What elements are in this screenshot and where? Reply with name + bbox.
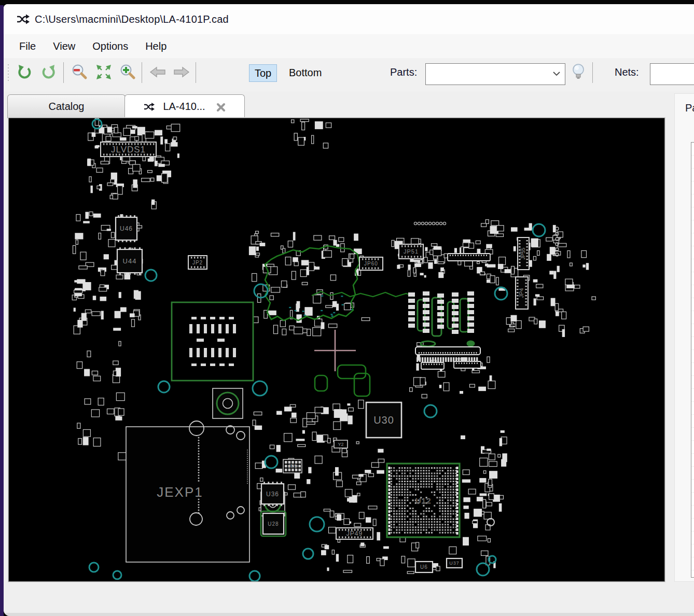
lightbulb-icon xyxy=(571,63,586,81)
svg-text:U46: U46 xyxy=(120,225,133,232)
svg-text:JLVDS1: JLVDS1 xyxy=(111,145,146,155)
svg-text:U12: U12 xyxy=(415,496,432,505)
parts-list-row[interactable] xyxy=(691,259,694,272)
parts-list-row[interactable] xyxy=(691,415,694,428)
svg-text:JP51: JP51 xyxy=(404,248,419,255)
parts-list-row[interactable] xyxy=(691,441,694,454)
menu-view[interactable]: View xyxy=(48,38,80,54)
app-window: C:\Users\macmini\Desktop\LA-4101P.cad Fi… xyxy=(4,4,694,616)
svg-text:JP4: JP4 xyxy=(518,288,524,298)
zoom-in-button[interactable] xyxy=(118,62,137,82)
chevron-down-icon xyxy=(552,71,561,77)
parts-list-row[interactable] xyxy=(691,531,694,544)
parts-list-row[interactable] xyxy=(691,506,694,519)
parts-list-row[interactable] xyxy=(691,480,694,493)
parts-list-row[interactable] xyxy=(691,337,694,350)
svg-text:Y2: Y2 xyxy=(338,442,343,447)
parts-list-row[interactable] xyxy=(691,220,694,233)
parts-list-row[interactable] xyxy=(691,285,694,298)
zoom-out-button[interactable] xyxy=(70,62,89,82)
svg-text:U44: U44 xyxy=(123,257,137,265)
parts-list-row[interactable] xyxy=(691,324,694,337)
zoom-in-icon xyxy=(119,63,136,81)
parts-list-row[interactable] xyxy=(691,233,694,246)
parts-list-row[interactable] xyxy=(691,428,694,441)
parts-combobox[interactable] xyxy=(425,63,565,85)
parts-list-row[interactable] xyxy=(691,246,694,259)
menu-bar: File View Options Help xyxy=(4,34,694,58)
svg-text:JP55: JP55 xyxy=(520,247,526,259)
toolbar-separator xyxy=(63,62,64,83)
title-bar: C:\Users\macmini\Desktop\LA-4101P.cad xyxy=(4,4,694,34)
parts-list-row[interactable] xyxy=(691,156,694,169)
window-title: C:\Users\macmini\Desktop\LA-4101P.cad xyxy=(35,13,229,25)
parts-list-row[interactable] xyxy=(691,402,694,415)
fit-to-window-button[interactable] xyxy=(94,62,114,82)
board-canvas[interactable]: JLVDS1U46U44JP2JP60JP51JP55JP4U30Y2JEXP1… xyxy=(8,118,665,582)
rotate-ccw-button[interactable] xyxy=(15,62,35,82)
shuffle-app-icon xyxy=(16,12,31,26)
parts-list-row[interactable] xyxy=(691,557,694,570)
toolbar-separator xyxy=(142,62,142,83)
svg-text:JP9: JP9 xyxy=(288,464,297,469)
parts-list-row[interactable] xyxy=(691,298,694,311)
toolbar: Top Bottom Parts: Nets: xyxy=(4,58,694,91)
tab-catalog-label: Catalog xyxy=(49,101,85,113)
parts-list-row[interactable] xyxy=(691,181,694,194)
tab-catalog[interactable]: Catalog xyxy=(7,94,126,118)
parts-list-row[interactable] xyxy=(691,389,694,402)
parts-list-row[interactable] xyxy=(691,311,694,324)
toolbar-separator xyxy=(196,62,196,83)
parts-list-row[interactable] xyxy=(691,454,694,467)
highlight-bulb-button[interactable] xyxy=(568,62,588,82)
tab-board-label: LA-410... xyxy=(163,101,205,113)
parts-list-row[interactable] xyxy=(691,519,694,531)
svg-text:U36: U36 xyxy=(266,491,279,498)
parts-list-row[interactable] xyxy=(691,544,694,557)
parts-list-row[interactable] xyxy=(691,570,694,578)
parts-list-row[interactable] xyxy=(691,207,694,220)
parts-list-row[interactable] xyxy=(691,350,694,363)
parts-list-row[interactable] xyxy=(691,169,694,181)
parts-list-row[interactable] xyxy=(691,376,694,389)
board-view-svg[interactable]: JLVDS1U46U44JP2JP60JP51JP55JP4U30Y2JEXP1… xyxy=(9,118,664,581)
tab-close-icon[interactable] xyxy=(216,102,226,113)
menu-help[interactable]: Help xyxy=(140,38,172,54)
parts-list-row[interactable] xyxy=(691,143,694,156)
nets-label: Nets: xyxy=(615,66,639,78)
component-BGA1 xyxy=(172,302,253,381)
parts-list-row[interactable] xyxy=(691,272,694,285)
svg-text:JEXP1: JEXP1 xyxy=(157,484,203,500)
tab-board-file[interactable]: LA-410... xyxy=(124,94,245,118)
parts-panel: Parts xyxy=(674,93,694,582)
tab-bar: Catalog LA-410... xyxy=(4,94,694,118)
back-arrow-icon xyxy=(149,66,166,78)
top-side-button[interactable]: Top xyxy=(249,64,277,82)
toolbar-drag-handle[interactable] xyxy=(7,64,10,82)
rotate-ccw-icon xyxy=(17,64,33,80)
back-button[interactable] xyxy=(148,62,168,82)
parts-list-row[interactable] xyxy=(691,493,694,506)
bottom-side-button[interactable]: Bottom xyxy=(284,64,327,81)
parts-list[interactable] xyxy=(691,142,694,578)
nets-combobox[interactable] xyxy=(650,63,694,85)
status-bar xyxy=(4,585,694,613)
svg-text:U30: U30 xyxy=(373,414,394,426)
svg-text:JP60: JP60 xyxy=(364,261,378,267)
parts-panel-title: Parts xyxy=(685,102,694,114)
toolbar-separator xyxy=(592,62,593,83)
forward-button[interactable] xyxy=(172,62,191,82)
parts-list-row[interactable] xyxy=(691,363,694,376)
svg-text:JP49: JP49 xyxy=(346,530,363,537)
zoom-out-icon xyxy=(71,63,88,81)
menu-options[interactable]: Options xyxy=(87,38,133,54)
parts-list-row[interactable] xyxy=(691,194,694,207)
desktop-edge xyxy=(0,5,4,616)
parts-list-row[interactable] xyxy=(691,467,694,480)
parts-label: Parts: xyxy=(390,66,417,78)
rotate-cw-icon xyxy=(40,64,57,80)
menu-file[interactable]: File xyxy=(14,38,41,54)
svg-text:U6: U6 xyxy=(420,564,428,570)
rotate-cw-button[interactable] xyxy=(38,62,58,82)
forward-arrow-icon xyxy=(173,66,190,78)
